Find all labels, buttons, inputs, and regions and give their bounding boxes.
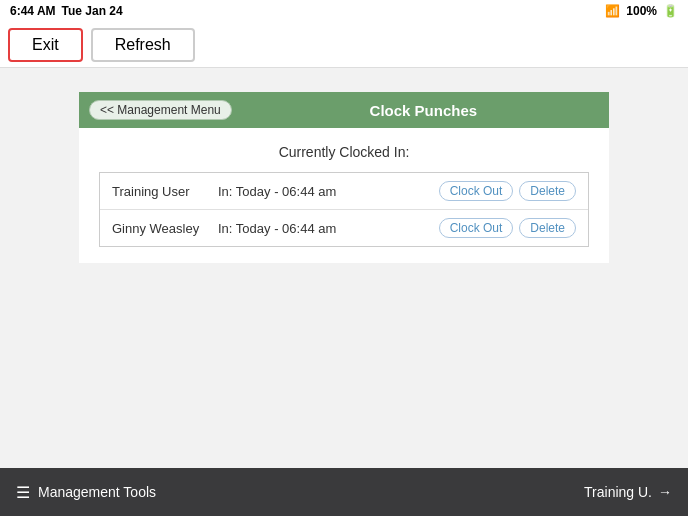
wifi-icon: 📶 — [605, 4, 620, 18]
panel-body: Currently Clocked In: Training User In: … — [79, 128, 609, 263]
clock-status: In: Today - 06:44 am — [218, 184, 433, 199]
clock-table: Training User In: Today - 06:44 am Clock… — [99, 172, 589, 247]
table-row: Ginny Weasley In: Today - 06:44 am Clock… — [100, 210, 588, 246]
battery-icon: 🔋 — [663, 4, 678, 18]
bottom-bar: ☰ Management Tools Training U. → — [0, 468, 688, 516]
user-label: Training U. — [584, 484, 652, 500]
bottom-left: ☰ Management Tools — [16, 483, 156, 502]
clock-out-button[interactable]: Clock Out — [439, 181, 514, 201]
hamburger-icon[interactable]: ☰ — [16, 483, 30, 502]
management-tools-label: Management Tools — [38, 484, 156, 500]
exit-button[interactable]: Exit — [8, 28, 83, 62]
main-content: << Management Menu Clock Punches Current… — [0, 68, 688, 468]
user-name: Training User — [112, 184, 212, 199]
date-display: Tue Jan 24 — [62, 4, 123, 18]
user-name: Ginny Weasley — [112, 221, 212, 236]
time-display: 6:44 AM — [10, 4, 56, 18]
status-bar: 6:44 AM Tue Jan 24 📶 100% 🔋 — [0, 0, 688, 22]
panel-header: << Management Menu Clock Punches — [79, 92, 609, 128]
logout-icon[interactable]: → — [658, 484, 672, 500]
status-right: 📶 100% 🔋 — [605, 4, 678, 18]
bottom-right: Training U. → — [584, 484, 672, 500]
battery-display: 100% — [626, 4, 657, 18]
row-actions: Clock Out Delete — [439, 218, 576, 238]
toolbar: Exit Refresh — [0, 22, 688, 68]
management-menu-button[interactable]: << Management Menu — [89, 100, 232, 120]
table-row: Training User In: Today - 06:44 am Clock… — [100, 173, 588, 210]
delete-button[interactable]: Delete — [519, 218, 576, 238]
clock-punches-panel: << Management Menu Clock Punches Current… — [79, 92, 609, 263]
row-actions: Clock Out Delete — [439, 181, 576, 201]
status-left: 6:44 AM Tue Jan 24 — [10, 4, 123, 18]
refresh-button[interactable]: Refresh — [91, 28, 195, 62]
section-heading: Currently Clocked In: — [99, 144, 589, 160]
clock-status: In: Today - 06:44 am — [218, 221, 433, 236]
clock-out-button[interactable]: Clock Out — [439, 218, 514, 238]
panel-title: Clock Punches — [248, 102, 599, 119]
delete-button[interactable]: Delete — [519, 181, 576, 201]
